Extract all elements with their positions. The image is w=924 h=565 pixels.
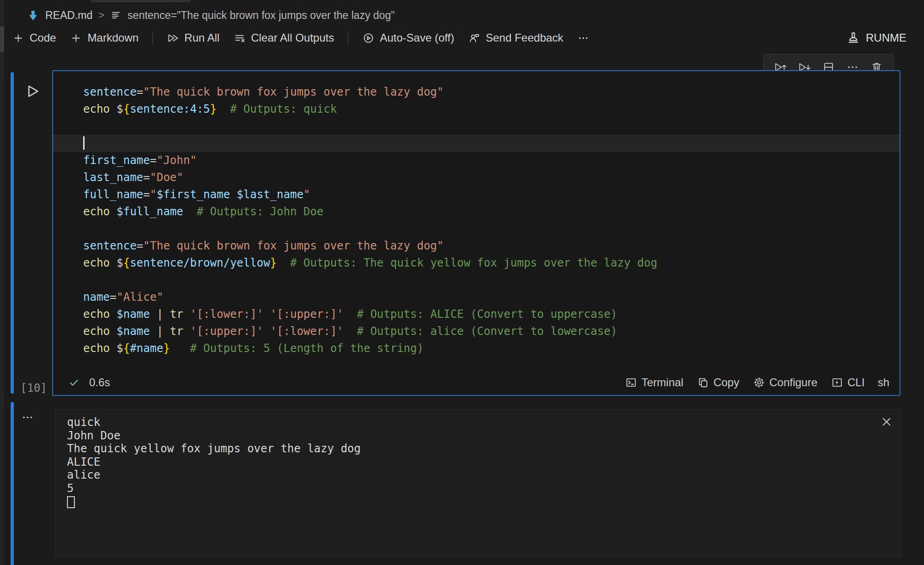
terminal-icon xyxy=(625,377,637,389)
code-line xyxy=(83,272,890,289)
auto-save-off-button[interactable]: Auto-Save (off) xyxy=(362,31,454,44)
code-line: echo $full_name # Outputs: John Doe xyxy=(83,203,890,220)
runme-extension-badge[interactable]: RUNME xyxy=(846,31,906,45)
editor-tab-bottom-sliver xyxy=(91,0,191,2)
markdown-button[interactable]: Markdown xyxy=(70,31,139,44)
code-token: = xyxy=(110,291,116,304)
code-token: last_name xyxy=(83,171,143,184)
notebook-toolbar-actions: CodeMarkdownRun AllClear All OutputsAuto… xyxy=(12,31,590,44)
output-options-button[interactable] xyxy=(21,411,34,424)
configure-button[interactable]: Configure xyxy=(753,376,817,389)
code-token: sentence/brown/yellow xyxy=(130,256,270,269)
send-feedback-button[interactable]: Send Feedback xyxy=(468,31,563,44)
code-token: '[:upper:]' xyxy=(270,308,344,321)
terminal-button[interactable]: Terminal xyxy=(625,376,683,389)
execution-count: [10] xyxy=(20,382,47,395)
code-token xyxy=(183,325,190,338)
code-token xyxy=(110,342,116,355)
code-token: '[:lower:]' xyxy=(270,325,344,338)
code-token: } xyxy=(270,256,277,269)
code-line: first_name="John" xyxy=(83,152,890,169)
breadcrumb-file[interactable]: READ.md xyxy=(45,9,92,22)
code-token: sentence xyxy=(83,239,137,252)
toolbar-label: Code xyxy=(30,31,56,44)
code-token: | xyxy=(150,308,170,321)
code-token: } xyxy=(163,342,170,355)
symbol-string-icon xyxy=(110,10,122,21)
code-editor[interactable]: sentence="The quick brown fox jumps over… xyxy=(53,71,900,372)
code-token: $full_name xyxy=(116,205,183,218)
output-line: 5 xyxy=(67,482,891,495)
code-token: $ xyxy=(116,256,123,269)
breadcrumb: READ.md > sentence="The quick brown fox … xyxy=(27,6,395,24)
code-token xyxy=(110,205,116,218)
code-line: echo ${#name} # Outputs: 5 (Length of th… xyxy=(83,340,890,357)
ellipsis-icon xyxy=(577,32,590,44)
clear-all-outputs-button[interactable]: Clear All Outputs xyxy=(233,31,334,44)
copy-button[interactable]: Copy xyxy=(697,376,739,389)
code-token: = xyxy=(150,154,157,167)
code-token xyxy=(110,308,116,321)
run-cell-button[interactable] xyxy=(23,82,41,100)
text-cursor xyxy=(83,136,85,150)
code-token xyxy=(263,308,270,321)
code-token: '[:lower:]' xyxy=(190,308,263,321)
window-left-edge xyxy=(0,0,4,565)
cell-language-picker[interactable]: sh xyxy=(878,376,889,389)
code-token: tr xyxy=(170,308,183,321)
code-token: # Outputs: John Doe xyxy=(183,205,323,218)
code-token: " xyxy=(150,188,157,201)
output-lines: quickJohn DoeThe quick yellow fox jumps … xyxy=(67,416,891,508)
code-token: } xyxy=(210,103,217,115)
code-button[interactable]: Code xyxy=(12,31,56,44)
code-cell: sentence="The quick brown fox jumps over… xyxy=(52,70,900,396)
run-all-icon xyxy=(167,32,179,44)
code-token: = xyxy=(143,188,150,201)
output-line: The quick yellow fox jumps over the lazy… xyxy=(67,442,891,456)
terminal-cursor xyxy=(67,496,75,508)
code-line: echo $name | tr '[:upper:]' '[:lower:]' … xyxy=(83,323,890,340)
cell-output-terminal[interactable]: quickJohn DoeThe quick yellow fox jumps … xyxy=(55,409,901,557)
clear-outputs-icon xyxy=(233,32,246,44)
output-line: quick xyxy=(67,416,891,429)
code-line: sentence="The quick brown fox jumps over… xyxy=(83,237,890,255)
toolbar-separator xyxy=(348,32,348,44)
toolbar-label: Send Feedback xyxy=(486,31,563,44)
circle-play-icon xyxy=(362,32,375,44)
breadcrumb-symbol[interactable]: sentence="The quick brown fox jumps over… xyxy=(128,9,395,22)
code-line: full_name="$first_name $last_name" xyxy=(83,186,890,203)
code-token: '[:upper:]' xyxy=(190,325,263,338)
toolbar-label: Auto-Save (off) xyxy=(380,31,454,44)
more-actions-button[interactable] xyxy=(577,32,590,44)
code-token: sentence:4:5 xyxy=(130,103,210,115)
runme-label: RUNME xyxy=(866,31,906,44)
code-token: = xyxy=(137,85,143,98)
code-token: | xyxy=(150,325,170,338)
code-token: sentence xyxy=(83,85,137,98)
focused-output-bar xyxy=(11,402,14,565)
code-token: echo xyxy=(83,103,110,115)
gear-icon xyxy=(753,377,765,389)
code-token: echo xyxy=(83,205,110,218)
code-token: # Outputs: alice (Convert to lowercase) xyxy=(344,325,617,338)
status-action-label: CLI xyxy=(847,376,864,389)
code-token: $first_name xyxy=(157,188,230,201)
code-token: first_name xyxy=(83,154,150,167)
code-token: $last_name xyxy=(237,188,304,201)
status-action-label: Configure xyxy=(769,376,817,389)
code-token: = xyxy=(143,171,150,184)
code-token: "Alice" xyxy=(116,291,163,304)
code-token xyxy=(110,325,116,338)
run-all-button[interactable]: Run All xyxy=(167,31,219,44)
code-token: $name xyxy=(116,308,150,321)
code-token: { xyxy=(123,256,130,269)
code-token: $ xyxy=(116,103,123,115)
code-line: echo $name | tr '[:lower:]' '[:upper:]' … xyxy=(83,306,890,323)
focused-cell-bar xyxy=(11,72,14,394)
cli-button[interactable]: CLI xyxy=(831,376,864,389)
add-icon xyxy=(12,32,24,44)
code-line: last_name="Doe" xyxy=(83,169,890,186)
output-line: alice xyxy=(67,468,891,482)
output-line: ALICE xyxy=(67,456,891,469)
close-output-button[interactable] xyxy=(880,415,893,428)
